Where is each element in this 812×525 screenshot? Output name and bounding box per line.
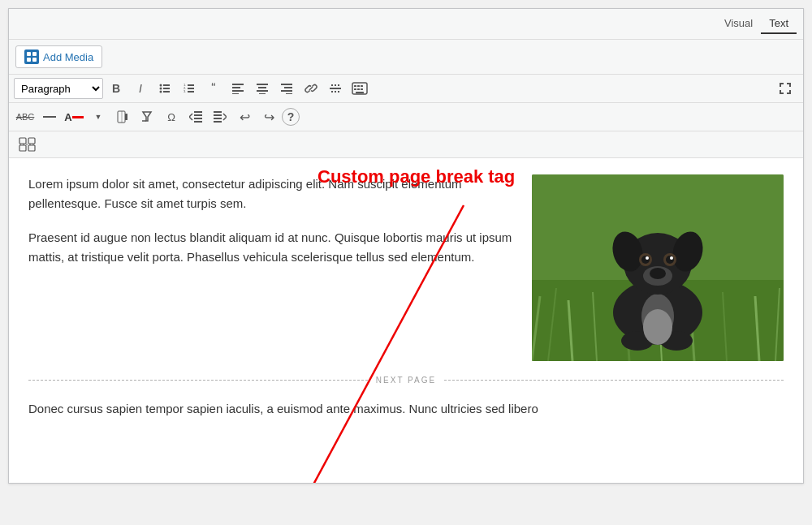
svg-rect-46 <box>125 114 127 120</box>
dog-image <box>532 174 784 361</box>
svg-rect-22 <box>257 90 268 92</box>
svg-rect-11 <box>188 84 194 86</box>
add-media-bar: Add Media <box>9 40 803 75</box>
svg-rect-16 <box>232 84 244 85</box>
editor-content: Custom page break tag Lorem ipsum dolor … <box>9 158 803 483</box>
annotation-label: Custom page break tag <box>317 166 515 187</box>
svg-rect-32 <box>338 84 339 86</box>
svg-rect-53 <box>214 114 222 116</box>
remove-formatting-button[interactable] <box>136 106 158 127</box>
svg-rect-25 <box>284 87 292 88</box>
svg-point-8 <box>160 91 162 93</box>
svg-rect-31 <box>335 84 336 86</box>
editor-wrapper: Visual Text Add Media Paragraph Heading … <box>8 8 804 484</box>
text-color-dropdown[interactable]: ▼ <box>87 106 110 127</box>
toolbar-row-3 <box>9 131 803 158</box>
help-button[interactable]: ? <box>282 108 300 126</box>
blockquote-button[interactable]: “ <box>202 78 225 99</box>
align-center-button[interactable] <box>251 78 274 99</box>
svg-rect-9 <box>163 91 170 93</box>
add-media-icon <box>24 49 39 64</box>
outdent-button[interactable] <box>184 106 207 127</box>
svg-point-90 <box>643 309 672 345</box>
svg-rect-43 <box>356 92 364 93</box>
redo-button[interactable]: ↪ <box>257 106 280 127</box>
toolbar-row-2: ABC A ▼ Ω ↩ ↪ ? <box>9 103 803 131</box>
tab-text[interactable]: Text <box>761 14 797 34</box>
svg-rect-45 <box>118 111 125 123</box>
svg-rect-49 <box>194 114 202 116</box>
toolbar-row-1: Paragraph Heading 1 Heading 2 Heading 3 … <box>9 75 803 103</box>
svg-rect-42 <box>361 88 363 90</box>
svg-text:3.: 3. <box>184 89 186 93</box>
strikethrough-button[interactable]: ABC <box>14 106 37 127</box>
svg-point-81 <box>641 256 650 264</box>
svg-rect-21 <box>258 87 266 88</box>
svg-rect-30 <box>331 84 333 86</box>
svg-rect-39 <box>361 85 363 87</box>
svg-rect-2 <box>27 58 31 62</box>
editor-tabs: Visual Text <box>9 9 803 40</box>
paste-from-word-button[interactable] <box>111 106 134 127</box>
svg-rect-33 <box>331 91 333 93</box>
svg-rect-52 <box>214 111 222 113</box>
horizontal-line-button[interactable] <box>38 106 61 127</box>
align-right-button[interactable] <box>275 78 298 99</box>
add-media-label: Add Media <box>43 51 93 63</box>
svg-rect-41 <box>357 88 360 90</box>
next-page-line-left <box>28 380 368 381</box>
svg-rect-54 <box>214 118 222 119</box>
svg-rect-23 <box>259 93 266 94</box>
svg-rect-57 <box>19 145 26 151</box>
unordered-list-button[interactable] <box>153 78 176 99</box>
svg-rect-56 <box>19 138 26 144</box>
add-media-button[interactable]: Add Media <box>15 45 102 68</box>
svg-rect-5 <box>163 84 170 86</box>
horizontal-rule-button[interactable] <box>324 78 347 99</box>
svg-rect-7 <box>163 88 170 89</box>
text-color-button[interactable]: A <box>63 106 85 127</box>
svg-rect-24 <box>281 84 292 85</box>
svg-rect-1 <box>32 52 37 56</box>
paragraph-select[interactable]: Paragraph Heading 1 Heading 2 Heading 3 <box>14 78 103 99</box>
svg-rect-38 <box>357 85 360 87</box>
paragraph-2: Praesent id augue non lectus blandit ali… <box>28 228 516 267</box>
svg-rect-35 <box>338 91 339 93</box>
paragraph-3: Donec cursus sapien tempor sapien iaculi… <box>28 399 784 419</box>
svg-rect-15 <box>188 91 194 93</box>
svg-rect-59 <box>28 145 35 151</box>
text-area: Lorem ipsum dolor sit amet, consectetur … <box>28 174 516 361</box>
svg-rect-18 <box>232 90 244 92</box>
content-columns: Lorem ipsum dolor sit amet, consectetur … <box>28 174 784 361</box>
svg-rect-55 <box>214 121 222 123</box>
svg-rect-51 <box>194 121 202 123</box>
svg-point-83 <box>646 256 649 260</box>
keyboard-shortcut-button[interactable] <box>348 78 371 99</box>
svg-line-28 <box>309 87 313 90</box>
link-button[interactable] <box>300 78 322 99</box>
italic-button[interactable]: I <box>129 78 152 99</box>
svg-rect-50 <box>194 118 202 119</box>
ordered-list-button[interactable]: 1.2.3. <box>178 78 201 99</box>
svg-rect-48 <box>194 111 202 113</box>
indent-button[interactable] <box>209 106 231 127</box>
svg-rect-29 <box>330 88 341 89</box>
svg-rect-37 <box>354 85 356 87</box>
special-characters-button[interactable]: Ω <box>160 106 183 127</box>
svg-rect-0 <box>27 52 31 56</box>
svg-rect-40 <box>354 88 356 90</box>
page-break-button[interactable] <box>14 134 41 155</box>
svg-rect-3 <box>32 58 37 62</box>
svg-rect-20 <box>257 84 268 85</box>
next-page-label: NEXT PAGE <box>368 376 444 385</box>
undo-button[interactable]: ↩ <box>233 106 256 127</box>
svg-rect-17 <box>232 87 240 88</box>
svg-point-82 <box>666 256 674 264</box>
align-left-button[interactable] <box>227 78 249 99</box>
svg-rect-44 <box>43 116 56 118</box>
dog-image-svg <box>532 174 784 361</box>
svg-point-6 <box>160 88 162 90</box>
bold-button[interactable]: B <box>105 78 127 99</box>
fullscreen-button[interactable] <box>774 78 797 99</box>
tab-visual[interactable]: Visual <box>716 14 761 34</box>
